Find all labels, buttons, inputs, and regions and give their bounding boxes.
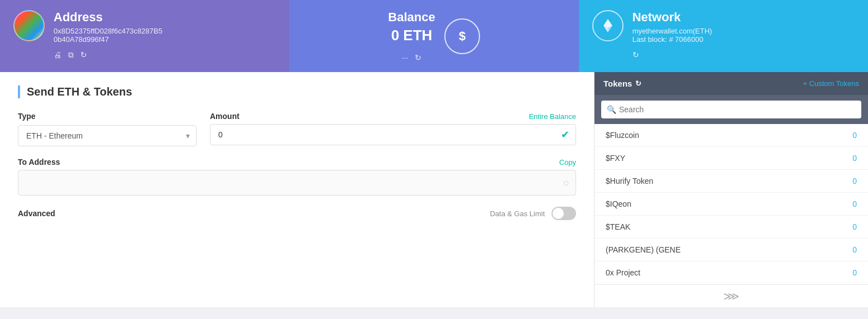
tokens-search-input[interactable] bbox=[601, 101, 861, 118]
token-list-item[interactable]: $TEAK 0 bbox=[594, 216, 868, 239]
amount-label: Amount bbox=[210, 112, 239, 121]
refresh-tokens-icon[interactable]: ↻ bbox=[635, 79, 641, 88]
token-name: $Fluzcoin bbox=[606, 131, 639, 140]
tokens-title-text: Tokens bbox=[603, 79, 632, 88]
token-list-item[interactable]: 0x Project 0 bbox=[594, 261, 868, 284]
send-panel: Send ETH & Tokens Type ETH - Ethereum Am… bbox=[0, 72, 594, 307]
token-amount: 0 bbox=[852, 154, 857, 163]
token-name: (PARKGENE) (GENE bbox=[606, 245, 680, 254]
address-card: Address 0x8D52375ffD028f6c473c8287B5 0b4… bbox=[0, 0, 289, 72]
dollar-circle-icon: $ bbox=[444, 18, 480, 54]
eth-network-icon bbox=[592, 10, 624, 41]
load-more-icon[interactable]: ⋙ bbox=[723, 289, 739, 303]
token-list: $Fluzcoin 0 $FXY 0 $Hurify Token 0 $IQeo… bbox=[594, 124, 868, 284]
address-status-icon: ○ bbox=[563, 177, 569, 189]
to-address-label: To Address bbox=[18, 158, 60, 166]
gas-limit-toggle[interactable] bbox=[552, 207, 576, 220]
tokens-header: Tokens ↻ + Custom Tokens bbox=[594, 72, 868, 95]
avatar bbox=[13, 10, 45, 41]
type-label: Type bbox=[18, 112, 196, 121]
copy-link[interactable]: Copy bbox=[559, 158, 576, 166]
type-select[interactable]: ETH - Ethereum bbox=[18, 125, 196, 146]
token-name: 0x Project bbox=[606, 268, 640, 277]
token-name: $FXY bbox=[606, 154, 625, 163]
send-panel-title: Send ETH & Tokens bbox=[18, 85, 576, 98]
gas-limit-label: Data & Gas Limit bbox=[490, 210, 545, 218]
token-amount: 0 bbox=[852, 199, 857, 208]
more-options-icon[interactable]: ··· bbox=[402, 53, 409, 62]
entire-balance-link[interactable]: Entire Balance bbox=[529, 112, 576, 121]
search-icon: 🔍 bbox=[607, 105, 616, 114]
refresh-network-icon[interactable]: ↻ bbox=[632, 50, 639, 59]
token-amount: 0 bbox=[852, 177, 857, 185]
token-list-item[interactable]: $Fluzcoin 0 bbox=[594, 124, 868, 147]
token-name: $Hurify Token bbox=[606, 177, 653, 185]
address-card-title: Address bbox=[54, 10, 162, 25]
token-amount: 0 bbox=[852, 268, 857, 277]
check-icon: ✔ bbox=[561, 128, 569, 141]
token-list-item[interactable]: $Hurify Token 0 bbox=[594, 170, 868, 193]
balance-value: 0 ETH bbox=[388, 27, 435, 44]
balance-card-title: Balance bbox=[388, 10, 435, 25]
to-address-input[interactable] bbox=[18, 170, 576, 196]
network-name: myetherwallet.com(ETH) bbox=[632, 27, 712, 35]
tokens-footer: ⋙ bbox=[594, 284, 868, 307]
token-list-item[interactable]: (PARKGENE) (GENE 0 bbox=[594, 239, 868, 261]
advanced-label: Advanced bbox=[18, 209, 55, 218]
copy-address-icon[interactable]: ⧉ bbox=[68, 50, 74, 60]
token-amount: 0 bbox=[852, 131, 857, 140]
tokens-panel: Tokens ↻ + Custom Tokens 🔍 $Fluzcoin 0 $… bbox=[594, 72, 868, 307]
last-block: Last block: # 7066000 bbox=[632, 35, 712, 44]
network-card: Network myetherwallet.com(ETH) Last bloc… bbox=[579, 0, 868, 72]
balance-card: Balance 0 ETH ··· ↻ $ bbox=[289, 0, 578, 72]
network-card-title: Network bbox=[632, 10, 712, 25]
token-list-item[interactable]: $IQeon 0 bbox=[594, 193, 868, 216]
refresh-address-icon[interactable]: ↻ bbox=[80, 50, 87, 60]
amount-input[interactable] bbox=[210, 124, 576, 145]
address-line1: 0x8D52375ffD028f6c473c8287B5 bbox=[54, 27, 162, 35]
token-amount: 0 bbox=[852, 222, 857, 231]
tokens-search-bar: 🔍 bbox=[594, 95, 868, 124]
token-amount: 0 bbox=[852, 245, 857, 254]
address-line2: 0b40A78d996f47 bbox=[54, 35, 162, 44]
token-name: $IQeon bbox=[606, 199, 631, 208]
print-icon[interactable]: 🖨 bbox=[54, 50, 61, 60]
svg-text:$: $ bbox=[459, 29, 466, 43]
custom-tokens-link[interactable]: + Custom Tokens bbox=[803, 79, 859, 88]
token-list-item[interactable]: $FXY 0 bbox=[594, 147, 868, 170]
token-name: $TEAK bbox=[606, 222, 630, 231]
refresh-balance-icon[interactable]: ↻ bbox=[415, 53, 421, 62]
